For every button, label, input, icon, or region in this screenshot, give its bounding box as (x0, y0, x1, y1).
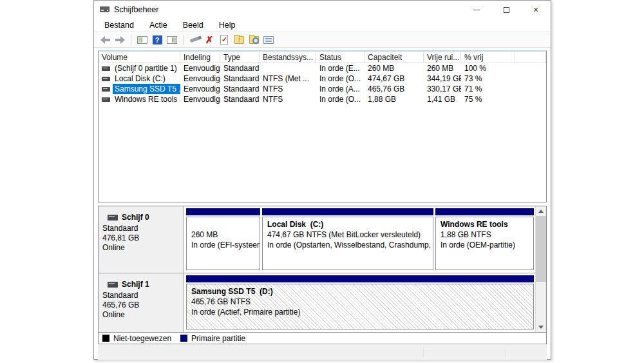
partition-name: Windows RE tools (440, 219, 529, 230)
disk1-label-panel[interactable]: Schijf 1 Standaard 465,76 GB Online (99, 273, 184, 332)
scroll-up-icon (538, 210, 544, 213)
cell-status: In orde (E... (316, 63, 365, 74)
properties-button[interactable] (263, 34, 274, 45)
properties-icon (263, 36, 274, 44)
window-title: Schijfbeheer (114, 5, 159, 14)
menu-bar: Bestand Actie Beeld Help (94, 19, 551, 32)
column-header-pct-vrij[interactable]: % vrij (461, 52, 515, 63)
disk1-name: Schijf 1 (122, 280, 149, 289)
table-row[interactable]: Local Disk (C:) Eenvoudig Standaard NTFS… (99, 74, 546, 84)
statusbar-separator (505, 348, 506, 358)
cell-pct-vrij: 75 % (461, 94, 515, 104)
cell-type: Standaard (220, 94, 260, 104)
back-arrow-icon (100, 36, 110, 44)
cell-vrije-ruimte: 260 MB (424, 63, 461, 74)
cell-status: In orde (O... (316, 94, 365, 104)
column-header-bestandssysteem[interactable]: Bestandssys... (260, 52, 316, 63)
desktop-canvas: Schijfbeheer × Bestand Actie Beeld Help (0, 0, 644, 363)
partition-status-line: In orde (OEM-partitie) (440, 240, 529, 250)
column-header-status[interactable]: Status (316, 52, 365, 63)
partition-samsung-ssd-t5[interactable]: Samsung SSD T5 (D:) 465,76 GB NTFS In or… (186, 275, 534, 329)
scrollbar-thumb[interactable] (536, 216, 546, 282)
cell-status: In orde (O... (316, 74, 365, 84)
scroll-up-button[interactable] (536, 206, 546, 216)
cell-capaciteit: 474,67 GB (365, 74, 424, 84)
disk0-name: Schijf 0 (122, 213, 149, 222)
minimize-button[interactable] (462, 1, 491, 19)
cell-vrije-ruimte: 1,41 GB (424, 94, 461, 104)
pointer-tool-button[interactable] (189, 34, 200, 45)
menu-beeld[interactable]: Beeld (175, 19, 211, 32)
show-console-tree-button[interactable] (137, 34, 148, 45)
volume-list-header: Volume Indeling Type Bestandssys... Stat… (99, 52, 546, 63)
graphical-view-pane: Schijf 0 Standaard 476,81 GB Online 260 … (98, 206, 547, 344)
menu-help[interactable]: Help (211, 19, 243, 32)
partition-color-bar (186, 208, 260, 215)
scrollbar-track[interactable] (536, 216, 546, 322)
partition-local-disk-c[interactable]: Local Disk (C:) 474,67 GB NTFS (Met BitL… (262, 208, 433, 270)
volume-name: Windows RE tools (113, 94, 179, 104)
maximize-button[interactable] (491, 1, 521, 19)
partition-status-line: In orde (Actief, Primaire partitie) (191, 307, 529, 317)
partition-windows-re-tools[interactable]: Windows RE tools 1,88 GB NTFS In orde (O… (435, 208, 534, 270)
cell-type: Standaard (220, 63, 260, 74)
cell-status: In orde (A... (316, 84, 365, 94)
pointer-icon (190, 37, 200, 43)
toolbar: ? ✗ (94, 32, 551, 48)
scroll-down-button[interactable] (536, 322, 546, 332)
forward-button[interactable] (114, 34, 126, 45)
cell-pct-vrij: 73 % (461, 74, 515, 84)
disk-area: Schijf 0 Standaard 476,81 GB Online 260 … (99, 206, 546, 332)
cell-bestandssysteem: NTFS (260, 94, 316, 104)
cell-pct-vrij: 100 % (461, 63, 515, 74)
legend-item-primary-partition: Primaire partitie (180, 334, 245, 343)
vertical-scrollbar[interactable] (535, 206, 546, 332)
statusbar-separator (423, 348, 424, 358)
partition-efi[interactable]: 260 MB In orde (EFI-systeem (186, 208, 260, 270)
volume-icon (102, 87, 110, 92)
back-button[interactable] (99, 34, 111, 45)
title-bar[interactable]: Schijfbeheer × (94, 1, 551, 19)
menu-actie[interactable]: Actie (142, 19, 175, 32)
column-header-filler (515, 52, 546, 63)
disk0-status: Online (102, 243, 184, 253)
status-bar (98, 346, 547, 360)
partition-size-line: 465,76 GB NTFS (191, 297, 529, 307)
legend-bar: Niet-toegewezen Primaire partitie (99, 332, 546, 344)
table-row[interactable]: (Schijf 0 partitie 1) Eenvoudig Standaar… (99, 63, 546, 74)
disk-row-schijf0: Schijf 0 Standaard 476,81 GB Online 260 … (99, 206, 546, 273)
show-action-pane-button[interactable] (166, 34, 178, 45)
volume-name: (Schijf 0 partitie 1) (113, 63, 179, 74)
check-document-button[interactable] (218, 34, 230, 45)
search-folder-button[interactable] (248, 34, 260, 45)
cell-type: Standaard (220, 84, 260, 94)
volume-name: Samsung SSD T5 ... (113, 84, 180, 94)
volume-list-pane: Volume Indeling Type Bestandssys... Stat… (98, 50, 547, 202)
primary-partition-swatch (180, 335, 187, 342)
table-row[interactable]: Windows RE tools Eenvoudig Standaard NTF… (99, 94, 546, 104)
partition-color-bar (262, 208, 433, 215)
check-document-icon (220, 35, 228, 44)
open-folder-button[interactable] (233, 34, 245, 45)
column-header-indeling[interactable]: Indeling (180, 52, 220, 63)
minimize-icon (473, 10, 480, 10)
volume-icon (102, 97, 110, 102)
help-icon: ? (153, 35, 162, 44)
menu-bestand[interactable]: Bestand (97, 19, 142, 32)
partition-name (191, 219, 255, 230)
cell-pct-vrij: 71 % (461, 84, 515, 94)
column-header-vrije-ruimte[interactable]: Vrije rui... (424, 52, 461, 63)
main-content: Volume Indeling Type Bestandssys... Stat… (94, 48, 551, 360)
column-header-type[interactable]: Type (220, 52, 260, 63)
help-button[interactable]: ? (151, 34, 163, 45)
legend-item-unallocated: Niet-toegewezen (102, 334, 171, 343)
cell-indeling: Eenvoudig (180, 74, 220, 84)
column-header-capaciteit[interactable]: Capaciteit (365, 52, 424, 63)
cell-capaciteit: 260 MB (365, 63, 424, 74)
toolbar-separator (183, 35, 184, 45)
delete-button[interactable]: ✗ (204, 34, 215, 45)
table-row-selected[interactable]: Samsung SSD T5 ... Eenvoudig Standaard N… (99, 84, 546, 94)
column-header-volume[interactable]: Volume (99, 52, 180, 63)
close-button[interactable]: × (521, 1, 551, 19)
disk0-label-panel[interactable]: Schijf 0 Standaard 476,81 GB Online (99, 206, 184, 273)
